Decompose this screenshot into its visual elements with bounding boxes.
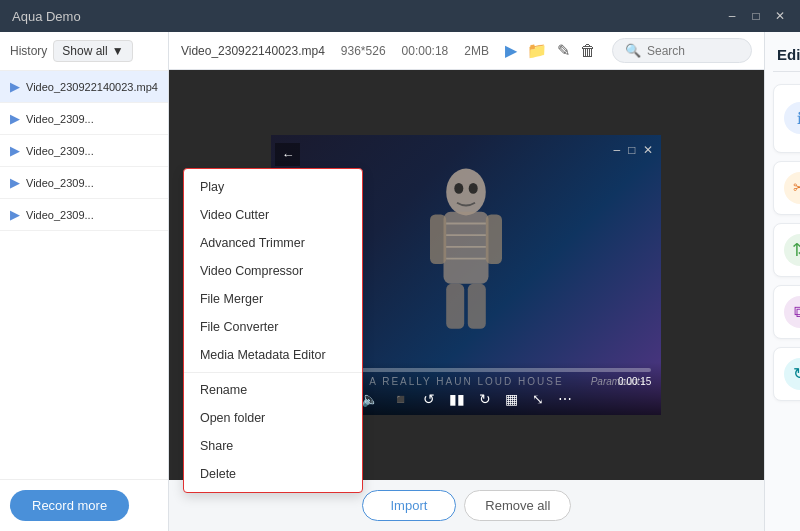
tool-media-metadata[interactable]: ℹ Media MetadataEditor [773, 84, 800, 153]
context-menu-open-folder[interactable]: Open folder [184, 404, 362, 432]
tool-file-merger[interactable]: ⧉ File Merger [773, 285, 800, 339]
fast-forward-button[interactable]: ↻ [479, 391, 491, 407]
file-item-2[interactable]: ▶ Video_2309... [0, 103, 168, 135]
chevron-down-icon: ▼ [112, 44, 124, 58]
video-icon: ▶ [10, 79, 20, 94]
tool-advanced-trimmer[interactable]: ✂ AdvancedTrimmer [773, 161, 800, 215]
file-name-2: Video_2309... [26, 113, 94, 125]
file-info-size: 2MB [464, 44, 489, 58]
record-more-button[interactable]: Record more [10, 490, 129, 521]
video-content [406, 165, 526, 345]
file-item-1[interactable]: ▶ Video_230922140023.mp4 [0, 71, 168, 103]
video-area: Play Video Cutter Advanced Trimmer Video… [169, 70, 764, 480]
video-back-button[interactable]: ← [275, 143, 300, 166]
file-name-4: Video_2309... [26, 177, 94, 189]
left-toolbar: History Show all ▼ [0, 32, 168, 71]
svg-point-0 [447, 169, 487, 216]
search-bar: 🔍 [612, 38, 752, 63]
play-icon[interactable]: ▶ [505, 41, 517, 60]
play-pause-button[interactable]: ▮▮ [449, 391, 465, 407]
file-info-resolution: 936*526 [341, 44, 386, 58]
media-metadata-icon: ℹ [784, 102, 800, 134]
search-icon: 🔍 [625, 43, 641, 58]
center-panel: Video_230922140023.mp4 936*526 00:00:18 … [169, 32, 764, 531]
rewind-button[interactable]: ↺ [423, 391, 435, 407]
context-menu-delete[interactable]: Delete [184, 460, 362, 488]
right-panel: Editing Tools ℹ Media MetadataEditor ✂ A… [764, 32, 800, 531]
advanced-trimmer-icon: ✂ [784, 172, 800, 204]
file-info-duration: 00:00:18 [402, 44, 449, 58]
file-item-4[interactable]: ▶ Video_2309... [0, 167, 168, 199]
show-all-label: Show all [62, 44, 107, 58]
context-menu-file-converter[interactable]: File Converter [184, 313, 362, 341]
fullscreen-button[interactable]: ⤡ [532, 391, 544, 407]
svg-rect-3 [486, 215, 502, 265]
context-menu-video-cutter[interactable]: Video Cutter [184, 201, 362, 229]
svg-point-11 [469, 183, 478, 194]
app-title: Aqua Demo [12, 9, 81, 24]
file-name-5: Video_2309... [26, 209, 94, 221]
svg-rect-5 [468, 284, 486, 329]
title-bar: Aqua Demo – □ ✕ [0, 0, 800, 32]
context-menu-video-compressor[interactable]: Video Compressor [184, 257, 362, 285]
file-info-name: Video_230922140023.mp4 [181, 44, 325, 58]
history-label: History [10, 44, 47, 58]
context-menu-share[interactable]: Share [184, 432, 362, 460]
remove-all-button[interactable]: Remove all [464, 490, 571, 521]
screenshot-button[interactable]: ▦ [505, 391, 518, 407]
more-button[interactable]: ⋯ [558, 391, 572, 407]
file-action-icons: ▶ 📁 ✎ 🗑 [505, 41, 596, 60]
import-button[interactable]: Import [362, 490, 457, 521]
video-close-button[interactable]: ✕ [643, 143, 653, 157]
folder-icon[interactable]: 📁 [527, 41, 547, 60]
volume-button[interactable]: 🔈 [361, 391, 378, 407]
video-icon-5: ▶ [10, 207, 20, 222]
video-compressor-icon: ⇅ [784, 234, 800, 266]
video-window-controls: – □ ✕ [614, 143, 654, 157]
video-icon-2: ▶ [10, 111, 20, 126]
context-menu-media-metadata[interactable]: Media Metadata Editor [184, 341, 362, 369]
show-all-dropdown[interactable]: Show all ▼ [53, 40, 132, 62]
file-item-5[interactable]: ▶ Video_2309... [0, 199, 168, 231]
file-item-3[interactable]: ▶ Video_2309... [0, 135, 168, 167]
file-merger-icon: ⧉ [784, 296, 800, 328]
app-body: History Show all ▼ ▶ Video_230922140023.… [0, 32, 800, 531]
video-icon-4: ▶ [10, 175, 20, 190]
video-minimize-button[interactable]: – [614, 143, 621, 157]
minimize-button[interactable]: – [724, 8, 740, 24]
tool-file-converter[interactable]: ↻ File Converter [773, 347, 800, 401]
svg-rect-2 [430, 215, 446, 265]
svg-rect-4 [447, 284, 465, 329]
left-bottom-bar: Record more [0, 479, 168, 531]
context-menu-advanced-trimmer[interactable]: Advanced Trimmer [184, 229, 362, 257]
file-converter-icon: ↻ [784, 358, 800, 390]
video-icon-3: ▶ [10, 143, 20, 158]
context-menu-rename[interactable]: Rename [184, 376, 362, 404]
cut-icon[interactable]: ✎ [557, 41, 570, 60]
close-button[interactable]: ✕ [772, 8, 788, 24]
context-menu-file-merger[interactable]: File Merger [184, 285, 362, 313]
context-menu-play[interactable]: Play [184, 173, 362, 201]
file-name-3: Video_2309... [26, 145, 94, 157]
context-menu-divider [184, 372, 362, 373]
window-controls: – □ ✕ [724, 8, 788, 24]
editing-tools-title: Editing Tools [773, 42, 800, 72]
search-input[interactable] [647, 44, 747, 58]
file-info-bar: Video_230922140023.mp4 936*526 00:00:18 … [169, 32, 764, 70]
tool-video-compressor[interactable]: ⇅ Video Compressor [773, 223, 800, 277]
total-time: 0:00:15 [618, 376, 651, 387]
delete-icon[interactable]: 🗑 [580, 42, 596, 60]
subtitle-button[interactable]: ◾ [392, 391, 409, 407]
maximize-button[interactable]: □ [748, 8, 764, 24]
video-expand-button[interactable]: □ [628, 143, 635, 157]
context-menu: Play Video Cutter Advanced Trimmer Video… [183, 168, 363, 493]
file-list: ▶ Video_230922140023.mp4 ▶ Video_2309...… [0, 71, 168, 479]
file-name-1: Video_230922140023.mp4 [26, 81, 158, 93]
svg-point-10 [455, 183, 464, 194]
left-panel: History Show all ▼ ▶ Video_230922140023.… [0, 32, 169, 531]
